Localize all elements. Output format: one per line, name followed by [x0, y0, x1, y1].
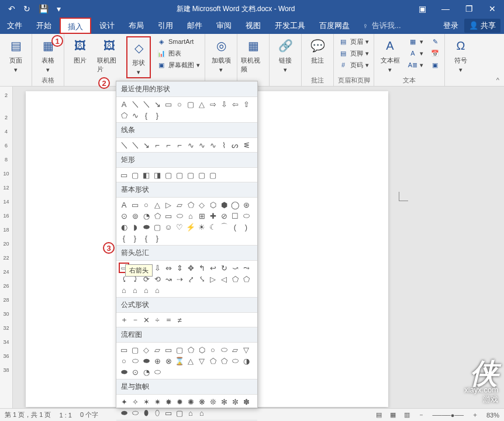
shape-s20[interactable]: ⌂	[196, 408, 207, 418]
shape-b14[interactable]: ⊚	[130, 210, 140, 221]
shape-s12[interactable]: ✽	[241, 396, 251, 407]
shape-f14[interactable]: ⬭	[130, 356, 140, 366]
shape-f20[interactable]: ▽	[196, 356, 207, 366]
shape-elbow-a[interactable]: ⌐	[152, 140, 163, 150]
shape-f17[interactable]: ⊗	[163, 356, 174, 366]
shape-s1[interactable]: ✦	[119, 396, 129, 407]
shape-b13[interactable]: ⊙	[119, 210, 129, 221]
dropcap-button[interactable]: A≣▾	[407, 60, 424, 70]
shape-f9[interactable]: ○	[208, 344, 218, 355]
shape-curve[interactable]: ∿	[130, 110, 140, 120]
shape-quad-arrow[interactable]: ✥	[185, 263, 196, 273]
datetime-button[interactable]: 📅	[429, 48, 441, 58]
shape-b4[interactable]: △	[152, 199, 163, 210]
shape-scribble2[interactable]: ᓬ	[241, 140, 251, 150]
shape-b37[interactable]: {	[119, 233, 129, 243]
shape-s2[interactable]: ✧	[130, 396, 140, 407]
shape-b15[interactable]: ◔	[141, 210, 151, 221]
close-icon[interactable]: ✕	[481, 4, 504, 13]
shape-f1[interactable]: ▭	[119, 344, 129, 355]
tab-references[interactable]: 引用	[151, 18, 180, 34]
shape-uturn-arrow[interactable]: ↩	[208, 263, 218, 273]
shape-s10[interactable]: ✻	[219, 396, 229, 407]
shape-b28[interactable]: ▢	[152, 222, 163, 232]
shape-f10[interactable]: ⬭	[219, 344, 229, 355]
online-video-button[interactable]: ▦ 联机视频	[241, 36, 265, 74]
shape-s5[interactable]: ✸	[163, 396, 174, 407]
shape-b18[interactable]: ⬭	[174, 210, 185, 221]
shape-f19[interactable]: △	[185, 356, 196, 366]
shape-rect1[interactable]: ▭	[119, 170, 129, 180]
shape-b27[interactable]: ⬬	[141, 222, 151, 232]
shape-brace-r[interactable]: }	[152, 110, 163, 120]
shape-line-a[interactable]: ＼	[119, 140, 129, 150]
shape-freeform[interactable]: ⌇	[219, 140, 229, 150]
shape-f6[interactable]: ▢	[174, 344, 185, 355]
shape-lr-arrow[interactable]: ⇔	[163, 263, 174, 273]
shape-connector[interactable]: ↘	[152, 99, 163, 109]
shape-rect9[interactable]: ▢	[208, 170, 218, 180]
status-wordcount[interactable]: 0 个字	[80, 410, 98, 419]
shape-b21[interactable]: ✚	[208, 210, 218, 221]
shape-b33[interactable]: ☾	[208, 222, 218, 232]
shape-a24[interactable]: ⬠	[241, 274, 251, 284]
shape-b34[interactable]: ⌒	[219, 222, 229, 232]
shape-a18[interactable]: ⇢	[174, 274, 185, 284]
shape-rect[interactable]: ▭	[163, 99, 174, 109]
view-readmode-icon[interactable]: ▤	[376, 411, 382, 419]
shape-b31[interactable]: ⚡	[185, 222, 196, 232]
login-link[interactable]: 登录	[443, 20, 458, 31]
shape-rect2[interactable]: ▢	[130, 170, 140, 180]
shape-b39[interactable]: {	[141, 233, 151, 243]
pages-button[interactable]: ▤ 页面 ▾	[4, 36, 28, 74]
shape-b26[interactable]: ◗	[130, 222, 140, 232]
shape-pentagon[interactable]: ⬠	[119, 110, 129, 120]
wordart-button[interactable]: A▾	[407, 48, 424, 58]
shape-f4[interactable]: ▱	[152, 344, 163, 355]
shape-curve-c[interactable]: ∿	[208, 140, 218, 150]
tab-developer[interactable]: 开发工具	[268, 18, 312, 34]
shape-s19[interactable]: ⌂	[185, 408, 196, 418]
tab-home[interactable]: 开始	[29, 18, 58, 34]
shape-arrow3[interactable]: ⇦	[230, 99, 240, 109]
tab-mailings[interactable]: 邮件	[180, 18, 209, 34]
minimize-icon[interactable]: —	[434, 4, 457, 13]
shape-divide[interactable]: ÷	[152, 315, 163, 325]
shape-f18[interactable]: ⌛	[174, 356, 185, 366]
shape-b5[interactable]: ▷	[163, 199, 174, 210]
shape-bent-arrow[interactable]: ↰	[196, 263, 207, 273]
shape-f23[interactable]: ⬭	[230, 356, 240, 366]
symbol-button[interactable]: Ω 符号 ▾	[448, 36, 473, 74]
zoom-in-icon[interactable]: ＋	[472, 410, 478, 419]
shape-a28[interactable]: ⌂	[152, 285, 163, 295]
tab-view[interactable]: 视图	[239, 18, 268, 34]
shape-b1[interactable]: A	[119, 199, 129, 210]
shape-plus[interactable]: ＋	[119, 315, 129, 325]
shape-line-c[interactable]: ↘	[141, 140, 151, 150]
shape-a16[interactable]: ⟲	[152, 274, 163, 284]
collapse-ribbon-icon[interactable]: ^	[496, 77, 499, 84]
tab-baidu[interactable]: 百度网盘	[312, 18, 357, 34]
shape-s11[interactable]: ✼	[230, 396, 240, 407]
tab-design[interactable]: 设计	[92, 18, 122, 34]
shape-f24[interactable]: ◑	[241, 356, 251, 366]
shape-brace-l[interactable]: {	[141, 110, 151, 120]
shape-oval[interactable]: ○	[174, 99, 185, 109]
shape-b10[interactable]: ⬢	[219, 199, 229, 210]
shape-f5[interactable]: ▭	[163, 344, 174, 355]
redo-icon[interactable]: ↻	[23, 4, 30, 13]
shape-s16[interactable]: ⬯	[152, 408, 163, 418]
shape-rect8[interactable]: ▢	[196, 170, 207, 180]
shape-b36[interactable]: )	[241, 222, 251, 232]
shape-arrow4[interactable]: ⇧	[241, 99, 251, 109]
shape-notched-arrow[interactable]: ⤻	[230, 263, 240, 273]
screenshot-button[interactable]: ▣屏幕截图 ▾	[156, 60, 201, 70]
share-button[interactable]: 👤 共享	[464, 19, 500, 33]
shape-a22[interactable]: ◁	[219, 274, 229, 284]
shape-b11[interactable]: ◯	[230, 199, 240, 210]
shape-f26[interactable]: ⊙	[130, 367, 140, 377]
shape-arrow2[interactable]: ⇩	[219, 99, 229, 109]
shape-curve-a[interactable]: ∿	[185, 140, 196, 150]
shape-f8[interactable]: ⬡	[196, 344, 207, 355]
comment-button[interactable]: 💬 批注	[305, 36, 330, 65]
